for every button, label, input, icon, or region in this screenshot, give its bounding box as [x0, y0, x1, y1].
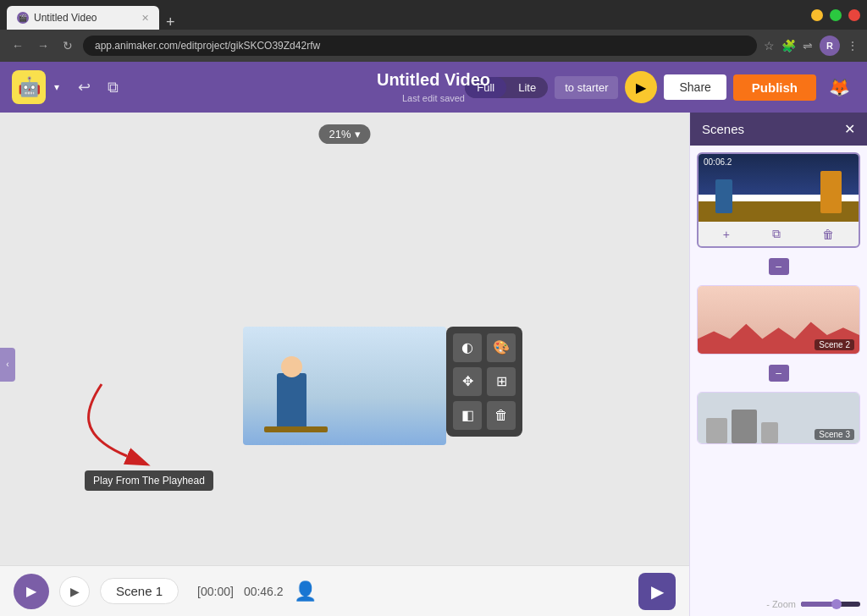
ctx-transform-button[interactable]: ⊞: [487, 367, 516, 396]
zoom-dropdown-icon: ▾: [355, 128, 361, 140]
arrow-annotation: [59, 376, 169, 472]
scenes-list: 00:06.2 + ⧉ 🗑 – Scene 2 –: [690, 146, 867, 616]
scene-2-expand-button[interactable]: –: [769, 365, 789, 382]
scene-card-3: Scene 3: [697, 392, 860, 444]
scene-name-label[interactable]: Scene 1: [100, 578, 179, 604]
avatar-person-icon: 👤: [294, 580, 317, 602]
ctx-color-button[interactable]: 🎨: [487, 333, 516, 362]
app-header: 🤖 ▾ ↩ ⧉ Untitled Video Last edit saved F…: [0, 62, 867, 113]
time-current: [00:00]: [197, 585, 234, 598]
video-title: Untitled Video: [377, 70, 490, 90]
scene-1-copy-button[interactable]: ⧉: [767, 225, 786, 243]
address-input[interactable]: [83, 36, 757, 56]
scene-1-add-button[interactable]: +: [718, 225, 735, 243]
scene-1-thumb[interactable]: 00:06.2: [699, 154, 859, 222]
collapse-panel-button[interactable]: ‹: [0, 348, 15, 382]
undo-button[interactable]: ↩: [73, 74, 96, 100]
window-maximize[interactable]: [830, 9, 842, 21]
starter-button[interactable]: to starter: [555, 76, 618, 99]
browser-chrome: 🎬 Untitled Video ✕ +: [0, 0, 867, 30]
tab-favicon: 🎬: [17, 12, 29, 24]
app-logo[interactable]: 🤖: [12, 70, 46, 104]
ctx-move-button[interactable]: ✥: [453, 367, 482, 396]
menu-icon[interactable]: ⋮: [847, 39, 859, 52]
scene-preview: ◐ 🎨 ✥ ⊞ ◧ 🗑: [243, 327, 446, 445]
ctx-style-button[interactable]: ◐: [453, 333, 482, 362]
header-title: Untitled Video Last edit saved: [377, 70, 490, 105]
scenes-panel-header: Scenes ✕: [690, 113, 867, 146]
share-button[interactable]: Share: [664, 74, 726, 100]
arrow-svg: [59, 376, 169, 469]
scene-3-label: Scene 3: [815, 429, 854, 440]
address-bar: ← → ↻ ☆ 🧩 ⇌ R ⋮: [0, 30, 867, 62]
scenes-title: Scenes: [702, 122, 744, 136]
scene-card-1: 00:06.2 + ⧉ 🗑: [697, 152, 860, 248]
tab-title: Untitled Video: [34, 12, 97, 24]
mascot-avatar: 🦊: [823, 71, 855, 103]
copy-button[interactable]: ⧉: [102, 75, 124, 100]
logo-dropdown-icon[interactable]: ▾: [54, 81, 59, 93]
tab-close-icon[interactable]: ✕: [141, 13, 149, 24]
preview-play-button[interactable]: ▶: [625, 71, 657, 103]
plan-tab-lite[interactable]: Lite: [506, 77, 548, 98]
nav-refresh-button[interactable]: ↻: [59, 36, 76, 56]
ctx-delete-button[interactable]: 🗑: [487, 401, 516, 430]
star-icon[interactable]: ☆: [764, 39, 775, 52]
play-controls-bar: ▶ ▶ Scene 1 [00:00] 00:46.2 👤 ▶: [0, 565, 689, 616]
scene-3-thumb[interactable]: Scene 3: [698, 393, 859, 443]
address-icons: ☆ 🧩 ⇌ R ⋮: [764, 36, 859, 56]
scene-2-label: Scene 2: [815, 339, 854, 350]
scene-1-actions: + ⧉ 🗑: [699, 222, 859, 246]
canvas-area: 21% ▾ ‹ ◐ 🎨 ✥ ⊞ ◧: [0, 113, 689, 616]
window-minimize[interactable]: [811, 9, 823, 21]
main-play-button[interactable]: ▶: [14, 574, 49, 609]
new-tab-button[interactable]: +: [159, 14, 182, 30]
scene-1-expand-button[interactable]: –: [769, 258, 789, 275]
header-actions-right: Full Lite to starter ▶ Share Publish 🦊: [465, 71, 855, 103]
window-close[interactable]: [848, 9, 860, 21]
save-status: Last edit saved: [402, 93, 465, 103]
scene-1-duration: 00:06.2: [704, 157, 732, 167]
nav-forward-button[interactable]: →: [34, 36, 52, 56]
nav-back-button[interactable]: ←: [8, 36, 27, 56]
time-total: 00:46.2: [244, 585, 284, 598]
tooltip-text: Play From The Playhead: [93, 475, 205, 487]
zoom-value: 21%: [329, 128, 351, 140]
scene-card-2: Scene 2: [697, 285, 860, 355]
zoom-indicator[interactable]: 21% ▾: [318, 124, 370, 144]
scenes-close-button[interactable]: ✕: [844, 121, 855, 137]
puzzle-icon[interactable]: 🧩: [781, 39, 796, 52]
browser-tabs: 🎬 Untitled Video ✕ +: [7, 0, 182, 30]
header-actions-left: ↩ ⧉: [73, 74, 124, 100]
scene-thumbnail[interactable]: [243, 327, 446, 445]
secondary-play-button[interactable]: ▶: [59, 576, 90, 607]
user-avatar[interactable]: R: [820, 36, 840, 56]
main-area: 21% ▾ ‹ ◐ 🎨 ✥ ⊞ ◧: [0, 113, 867, 616]
scene-2-expand[interactable]: –: [697, 361, 860, 385]
sync-icon[interactable]: ⇌: [803, 39, 813, 52]
scene-2-thumb[interactable]: Scene 2: [698, 286, 859, 354]
active-tab[interactable]: 🎬 Untitled Video ✕: [7, 6, 159, 30]
publish-button[interactable]: Publish: [733, 74, 816, 101]
tooltip-box: Play From The Playhead: [85, 470, 213, 491]
context-menu: ◐ 🎨 ✥ ⊞ ◧ 🗑: [446, 327, 522, 437]
scene-1-expand[interactable]: –: [697, 255, 860, 278]
ctx-opacity-button[interactable]: ◧: [453, 401, 482, 430]
scenes-panel: Scenes ✕ 00:06.2 + ⧉ 🗑: [689, 113, 867, 616]
scene-1-delete-button[interactable]: 🗑: [817, 225, 839, 243]
media-library-icon[interactable]: ▶: [638, 573, 676, 610]
